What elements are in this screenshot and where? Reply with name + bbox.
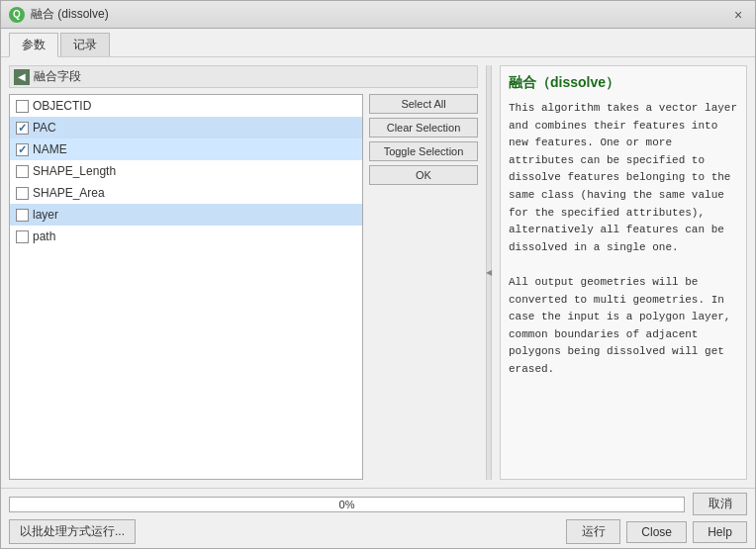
- progress-row: 0% 取消: [9, 493, 747, 515]
- title-bar-left: Q 融合 (dissolve): [9, 6, 109, 23]
- ok-button[interactable]: OK: [369, 165, 478, 185]
- close-button[interactable]: ×: [729, 6, 747, 24]
- checkbox-path[interactable]: [16, 230, 29, 243]
- help-panel: 融合（dissolve） This algorithm takes a vect…: [500, 65, 747, 480]
- footer-row: 以批处理方式运行... 运行 Close Help: [9, 519, 747, 544]
- title-bar: Q 融合 (dissolve) ×: [1, 1, 755, 29]
- help-button[interactable]: Help: [693, 521, 747, 543]
- field-label: layer: [33, 208, 58, 222]
- main-content: ◀ 融合字段 OBJECTID PAC: [1, 57, 755, 488]
- help-text: This algorithm takes a vector layer and …: [509, 100, 738, 379]
- list-item[interactable]: NAME: [10, 138, 362, 160]
- clear-selection-button[interactable]: Clear Selection: [369, 118, 478, 137]
- section-header: ◀ 融合字段: [9, 65, 478, 88]
- section-title: 融合字段: [34, 68, 81, 85]
- panel-divider[interactable]: [486, 65, 492, 480]
- list-item[interactable]: PAC: [10, 117, 362, 138]
- field-label: path: [33, 229, 55, 243]
- list-item[interactable]: SHAPE_Length: [10, 160, 362, 182]
- close-button-footer[interactable]: Close: [626, 521, 687, 543]
- tab-params[interactable]: 参数: [9, 33, 58, 57]
- select-all-button[interactable]: Select All: [369, 94, 478, 114]
- run-button[interactable]: 运行: [566, 519, 620, 544]
- field-label: SHAPE_Length: [33, 164, 116, 178]
- checkbox-shape-length[interactable]: [16, 165, 29, 178]
- list-and-buttons: OBJECTID PAC NAME SHAPE_Length: [9, 94, 478, 480]
- checkbox-layer[interactable]: [16, 209, 29, 222]
- help-title: 融合（dissolve）: [509, 74, 738, 92]
- batch-button[interactable]: 以批处理方式运行...: [9, 519, 136, 544]
- list-item[interactable]: OBJECTID: [10, 95, 362, 117]
- app-icon: Q: [9, 7, 25, 23]
- field-label: OBJECTID: [33, 99, 91, 113]
- progress-label: 0%: [10, 498, 684, 511]
- bottom-bar: 0% 取消 以批处理方式运行... 运行 Close Help: [1, 488, 755, 548]
- tab-log[interactable]: 记录: [60, 33, 110, 56]
- checkbox-shape-area[interactable]: [16, 187, 29, 200]
- checkbox-pac[interactable]: [16, 122, 29, 135]
- field-label: SHAPE_Area: [33, 186, 105, 200]
- toggle-selection-button[interactable]: Toggle Selection: [369, 141, 478, 161]
- checkbox-objectid[interactable]: [16, 100, 29, 113]
- checkbox-name[interactable]: [16, 143, 29, 156]
- buttons-panel: Select All Clear Selection Toggle Select…: [369, 94, 478, 480]
- list-item[interactable]: path: [10, 226, 362, 247]
- field-list[interactable]: OBJECTID PAC NAME SHAPE_Length: [9, 94, 363, 480]
- list-item[interactable]: SHAPE_Area: [10, 182, 362, 204]
- section-arrow-icon: ◀: [14, 69, 30, 85]
- cancel-button[interactable]: 取消: [693, 493, 747, 515]
- tab-bar: 参数 记录: [1, 29, 755, 57]
- main-window: Q 融合 (dissolve) × 参数 记录 ◀ 融合字段: [0, 0, 756, 549]
- progress-bar: 0%: [9, 497, 685, 512]
- field-label: PAC: [33, 121, 56, 135]
- field-label: NAME: [33, 142, 67, 156]
- list-item[interactable]: layer: [10, 204, 362, 226]
- left-panel: ◀ 融合字段 OBJECTID PAC: [9, 65, 478, 480]
- window-title: 融合 (dissolve): [31, 6, 109, 23]
